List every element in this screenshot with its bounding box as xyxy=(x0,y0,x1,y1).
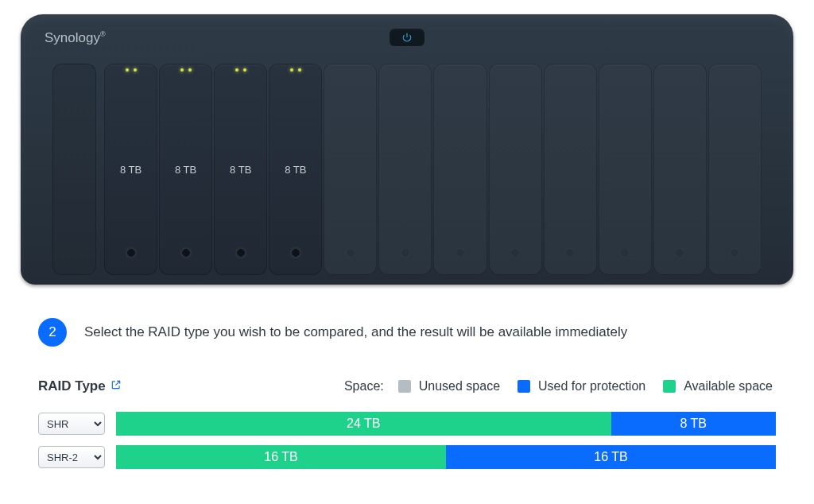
drive-latch-icon xyxy=(728,246,741,259)
chassis-left-panel xyxy=(52,64,96,275)
raid-type-select[interactable]: SHRSHR-2 xyxy=(38,446,105,468)
space-legend: Space: Unused space Used for protection … xyxy=(344,379,776,394)
drive-bay[interactable] xyxy=(324,64,377,275)
raid-type-label: RAID Type xyxy=(38,378,122,394)
power-button[interactable] xyxy=(390,29,424,46)
raid-row: SHRSHR-216 TB16 TB xyxy=(38,445,776,469)
space-bar: 24 TB8 TB xyxy=(116,412,776,436)
drive-latch-icon xyxy=(399,246,412,259)
space-segment: 8 TB xyxy=(611,412,777,436)
drive-bay[interactable]: 8 TB xyxy=(159,64,212,275)
drive-bay[interactable] xyxy=(708,64,762,275)
drive-bay[interactable] xyxy=(489,64,542,275)
drive-latch-icon xyxy=(618,246,631,259)
drive-bay[interactable] xyxy=(544,64,597,275)
drive-bay[interactable] xyxy=(378,64,432,275)
raid-bars: SHRSHR-224 TB8 TBSHRSHR-216 TB16 TB xyxy=(38,412,776,469)
raid-type-select[interactable]: SHRSHR-2 xyxy=(38,413,105,435)
brand-label: Synology® xyxy=(45,30,106,46)
raid-type-help-link[interactable] xyxy=(110,378,122,394)
space-segment: 16 TB xyxy=(116,445,446,469)
space-bar: 16 TB16 TB xyxy=(116,445,776,469)
drive-bay[interactable] xyxy=(599,64,652,275)
space-segment: 24 TB xyxy=(116,412,611,436)
drive-bay[interactable]: 8 TB xyxy=(214,64,267,275)
drive-bay-row: 8 TB8 TB8 TB8 TB xyxy=(104,64,762,275)
drive-bay[interactable] xyxy=(653,64,707,275)
legend-swatch-unused xyxy=(398,380,411,393)
space-label: Space: xyxy=(344,379,384,394)
step-number-badge: 2 xyxy=(38,318,67,347)
external-link-icon xyxy=(110,379,122,390)
legend-swatch-available xyxy=(663,380,676,393)
drive-latch-icon xyxy=(344,246,357,259)
raid-row: SHRSHR-224 TB8 TB xyxy=(38,412,776,436)
legend-label-unused: Unused space xyxy=(419,379,500,394)
step-instruction: Select the RAID type you wish to be comp… xyxy=(84,324,627,340)
drive-latch-icon xyxy=(673,246,686,259)
drive-capacity: 8 TB xyxy=(285,164,306,176)
drive-latch-icon xyxy=(289,246,302,259)
power-icon xyxy=(401,32,413,43)
drive-bay[interactable]: 8 TB xyxy=(104,64,157,275)
drive-latch-icon xyxy=(235,246,247,259)
space-segment: 16 TB xyxy=(446,445,776,469)
drive-latch-icon xyxy=(564,246,576,259)
drive-bay[interactable]: 8 TB xyxy=(269,64,322,275)
drive-latch-icon xyxy=(180,246,192,259)
drive-capacity: 8 TB xyxy=(230,164,251,176)
legend-swatch-protection xyxy=(517,380,530,393)
raid-header-row: RAID Type Space: Unused space Used for p… xyxy=(38,378,776,394)
legend-label-protection: Used for protection xyxy=(538,379,645,394)
drive-latch-icon xyxy=(125,246,138,259)
drive-latch-icon xyxy=(509,246,521,259)
drive-capacity: 8 TB xyxy=(120,164,141,176)
legend-label-available: Available space xyxy=(684,379,773,394)
step-header: 2 Select the RAID type you wish to be co… xyxy=(38,318,776,347)
step-section: 2 Select the RAID type you wish to be co… xyxy=(38,318,776,469)
drive-bay[interactable] xyxy=(433,64,486,275)
drive-capacity: 8 TB xyxy=(175,164,196,176)
nas-chassis: Synology® 8 TB8 TB8 TB8 TB xyxy=(21,14,793,285)
drive-latch-icon xyxy=(454,246,467,259)
